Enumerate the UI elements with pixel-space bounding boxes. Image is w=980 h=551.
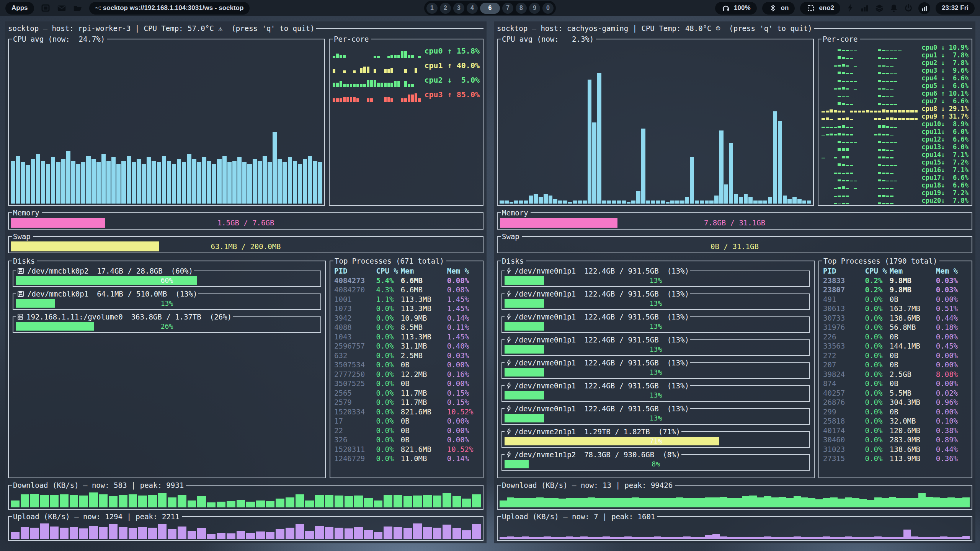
- volume-indicator[interactable]: 100%: [715, 2, 756, 15]
- network-indicator[interactable]: eno2: [800, 2, 840, 15]
- spark-bar: [340, 98, 342, 102]
- chart-bar: [544, 536, 551, 539]
- cpu-avg-chart: [500, 44, 811, 204]
- process-pid: 3507525: [334, 379, 376, 388]
- chart-bar: [845, 497, 852, 507]
- chart-bar: [514, 201, 518, 204]
- chart-bar: [794, 496, 801, 507]
- apps-menu-button[interactable]: Apps: [5, 2, 34, 15]
- chart-bar: [787, 199, 792, 204]
- chart-bar: [926, 537, 933, 539]
- chart-bar: [278, 159, 282, 204]
- chart-bar: [647, 537, 654, 539]
- spark-bar: [384, 69, 387, 73]
- chart-bar: [749, 496, 756, 507]
- upload-panel-header: Upload (KB/s) — now: 7 | peak: 1601: [497, 512, 972, 521]
- chart-bar: [413, 523, 422, 539]
- focused-window-title[interactable]: ~: socktop ws://192.168.1.104:3031/ws - …: [89, 2, 250, 15]
- chart-bar: [859, 537, 867, 539]
- terminal-window-left[interactable]: socktop — host: rpi-worker-3 | CPU Temp:…: [5, 21, 487, 543]
- bell-icon[interactable]: [889, 3, 898, 13]
- layers-icon[interactable]: [875, 3, 884, 13]
- chart-bar: [603, 498, 610, 507]
- process-row: 2720.0%0B0.00%: [823, 351, 968, 360]
- clock-indicator[interactable]: 23:32 Fri: [936, 2, 975, 15]
- chart-bar: [768, 197, 772, 204]
- chart-bar: [345, 528, 353, 539]
- chart-bar: [771, 497, 779, 507]
- chart-bar: [296, 494, 304, 507]
- chart-bar: [384, 495, 392, 507]
- window-icon[interactable]: [41, 3, 50, 13]
- core-label: cpu1 ↓ 7.8%: [921, 51, 969, 59]
- workspace-button-9[interactable]: 9: [529, 3, 540, 14]
- chart-bar: [266, 532, 275, 539]
- chart-bar: [152, 161, 156, 204]
- process-mem: 0B: [890, 295, 936, 304]
- chart-bar: [276, 499, 284, 507]
- apps-menu-label: Apps: [11, 4, 28, 12]
- chart-bar: [823, 498, 830, 507]
- chart-bar: [303, 159, 307, 204]
- disk-name: /dev/nvme0n1p1: [514, 266, 576, 276]
- spark-bar: [384, 97, 387, 102]
- chart-bar: [720, 497, 727, 507]
- signal-bars-icon[interactable]: [860, 3, 869, 13]
- chart-bar: [335, 528, 343, 539]
- disk-row-header: /dev/mmcblk0p217.4GB / 28.8GB(60%): [13, 266, 321, 276]
- chart-bar: [801, 537, 808, 539]
- mail-icon[interactable]: [57, 3, 66, 13]
- process-cpu: 0.0%: [376, 341, 401, 351]
- workspace-button-8[interactable]: 8: [516, 3, 527, 14]
- workspace-button-0[interactable]: 0: [542, 3, 554, 14]
- process-row: 15203340.0%821.6MB10.52%: [334, 407, 479, 417]
- chart-bar: [676, 537, 683, 539]
- activity-monitor-icon[interactable]: [918, 2, 930, 14]
- chart-bar: [874, 497, 882, 507]
- bluetooth-indicator[interactable]: on: [762, 2, 795, 15]
- workspace-button-3[interactable]: 3: [453, 3, 464, 14]
- workspace-button-7[interactable]: 7: [502, 3, 513, 14]
- chart-bar: [132, 162, 136, 204]
- process-cpu: 0.0%: [865, 332, 890, 342]
- spark-bar: [356, 98, 359, 102]
- power-profile-icon[interactable]: [846, 3, 855, 13]
- disk-usage: 122.4GB / 931.5GB: [584, 404, 658, 413]
- core-row: cpu16↓ 7.1%: [822, 166, 969, 174]
- workspace-button-4[interactable]: 4: [467, 3, 478, 14]
- ethernet-icon: [806, 3, 815, 13]
- process-mem-pct: 0.00%: [936, 360, 968, 370]
- process-mem-pct: 0.00%: [936, 295, 968, 304]
- power-icon[interactable]: [904, 3, 913, 13]
- chart-bar: [384, 527, 392, 539]
- workspace-button-2[interactable]: 2: [440, 3, 451, 14]
- chart-bar: [823, 536, 830, 539]
- process-pid: 1246729: [334, 454, 376, 463]
- chart-bar: [794, 536, 801, 539]
- chart-bar: [507, 497, 514, 507]
- workspace-button-6[interactable]: 6: [480, 3, 500, 14]
- chart-bar: [739, 197, 743, 204]
- chart-bar: [955, 537, 962, 539]
- core-row: cpu11↓ 6.0%: [822, 128, 969, 135]
- chart-bar: [268, 162, 272, 204]
- core-row: cpu14↓ 7.1%: [822, 151, 969, 158]
- terminal-window-right[interactable]: socktop — host: cachyos-gaming | CPU Tem…: [494, 21, 975, 543]
- chart-bar: [627, 202, 631, 204]
- spark-bar: [390, 83, 393, 87]
- core-sparkline: [822, 198, 918, 204]
- chart-bar: [529, 196, 533, 204]
- process-row: 40880.0%8.5MB0.11%: [334, 323, 479, 332]
- folder-icon[interactable]: [73, 3, 82, 13]
- disk-row: /dev/nvme0n1p1122.4GB / 931.5GB(13%)13%: [501, 289, 810, 309]
- chart-bar: [46, 164, 50, 204]
- disk-row: /dev/nvme1n1p278.3GB / 930.6GB(8%)8%: [501, 450, 810, 470]
- socktop-title: socktop — host: rpi-worker-3 | CPU Temp:…: [8, 24, 315, 33]
- workspace-button-1[interactable]: 1: [426, 3, 438, 14]
- chart-bar: [808, 498, 815, 507]
- disk-gauge-label: 13%: [13, 299, 320, 308]
- memory-panel: Memory1.5GB / 7.6GB: [8, 208, 483, 230]
- process-pid: 17: [334, 416, 376, 426]
- process-mem-pct: 0.16%: [447, 370, 479, 379]
- right-title-line: socktop — host: cachyos-gaming | CPU Tem…: [497, 23, 972, 34]
